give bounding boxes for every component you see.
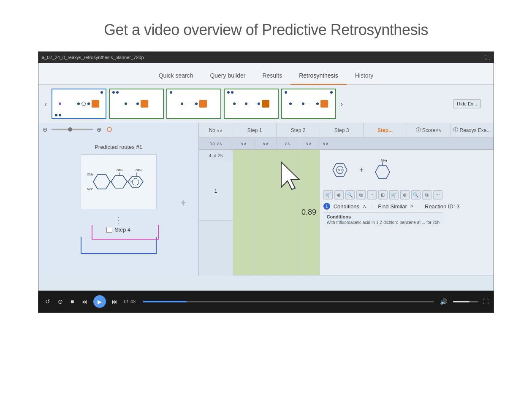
svg-text:NH₂: NH₂ — [381, 159, 387, 162]
route-thumb-5[interactable] — [281, 89, 336, 119]
svg-marker-4 — [111, 175, 127, 188]
step1-sort-label[interactable]: ∨∧ — [241, 141, 247, 146]
step3-sort-label[interactable]: ∨∧ — [284, 141, 290, 146]
step4-col-header: Step... — [363, 123, 407, 137]
tab-query-builder[interactable]: Query builder — [201, 67, 254, 85]
step3-col-header: Step 3 — [320, 123, 363, 137]
sort-no: No ∨∧ — [209, 141, 222, 146]
copy-icon-2[interactable]: ⧉ — [422, 190, 432, 200]
step2-cell — [255, 150, 276, 275]
progress-bar[interactable] — [143, 301, 434, 302]
zoom-in-icon[interactable]: ⊕ — [97, 126, 102, 133]
row-num-col: No ∨∧ 4 of 25 1 — [199, 138, 233, 275]
route-thumb-3[interactable] — [166, 89, 221, 119]
video-controls: ↺ ⊙ ■ ⏮ ▶ ⏭ 01:43 🔊 ⛶ — [38, 291, 494, 313]
page-title: Get a video overview of Predictive Retro… — [104, 21, 428, 39]
sort-arrows[interactable]: ∨∧ — [217, 128, 223, 133]
volume-fill — [453, 301, 470, 302]
search-icon-2[interactable]: 🔍 — [411, 190, 421, 200]
find-similar-label[interactable]: Find Similar — [378, 203, 407, 210]
reaction-molecules: N O + NH₂ — [323, 153, 490, 187]
steps-content: ∨∧ ∨∧ — [233, 138, 320, 275]
conditions-text-content: With trifluoroacetic acid In 1,2-dichlor… — [327, 220, 440, 225]
time-label: 01:43 — [124, 299, 138, 304]
link-icon-1[interactable]: ⊗ — [334, 190, 344, 200]
score-sort: ∨∧ — [298, 138, 319, 150]
step1-sort: ∨∧ — [233, 138, 254, 150]
play-button[interactable]: ▶ — [93, 295, 106, 308]
copy-icon-1[interactable]: ⧉ — [356, 190, 366, 200]
action-icons-row-1: 🛒 ⊗ 🔍 ⧉ ≡ ⊞ 🛒 ⊗ 🔍 ⧉ ⋯ — [323, 189, 442, 200]
volume-slider[interactable] — [453, 301, 478, 302]
progress-fill — [143, 301, 186, 302]
step3-sort: ∨∧ — [277, 138, 298, 150]
reaction-cell-1: N O + NH₂ — [320, 150, 494, 275]
tab-quick-search[interactable]: Quick search — [150, 67, 202, 85]
route-next-button[interactable]: › — [339, 99, 345, 109]
main-content: ⊖ ⊕ Predicted routes #1 — [38, 123, 494, 275]
drag-icon[interactable]: ✛ — [180, 199, 186, 207]
grid-icon-1[interactable]: ⊞ — [378, 190, 388, 200]
zoom-out-icon[interactable]: ⊖ — [43, 126, 48, 133]
svg-marker-0 — [93, 175, 110, 189]
svg-text:N: N — [338, 169, 340, 172]
find-similar-arrow-icon[interactable]: > — [410, 203, 413, 209]
forward-button[interactable]: ⏭ — [110, 298, 119, 305]
step1-col: ∨∧ — [233, 138, 254, 275]
step2-sort-label[interactable]: ∨∧ — [263, 141, 269, 146]
svg-marker-18 — [375, 166, 390, 178]
step2-sort: ∨∧ — [255, 138, 276, 150]
svg-text:O: O — [341, 169, 344, 172]
molecule-svg: OMe MeO N OMe OMe — [85, 159, 152, 205]
right-panel: No ∨∧ Step 1 Step 2 Step 3 Step... ⓘ Sco… — [199, 123, 494, 275]
conditions-label[interactable]: Conditions — [334, 203, 359, 210]
score-col-header: ⓘ Score ∨∧ — [407, 123, 450, 137]
clock-button[interactable]: ⊙ — [56, 298, 65, 305]
link-icon-2[interactable]: ⊗ — [400, 190, 410, 200]
zoom-bar: ⊖ ⊕ — [43, 126, 112, 133]
no-label: No — [209, 127, 215, 133]
left-panel: ⊖ ⊕ Predicted routes #1 — [38, 123, 199, 275]
cart-icon-1[interactable]: 🛒 — [323, 190, 333, 200]
tab-results[interactable]: Results — [254, 67, 290, 85]
route-thumb-2[interactable] — [109, 89, 164, 119]
video-filename: a_02_24_0_reaxys_retrosynthesis_planner_… — [42, 55, 144, 60]
svg-text:OMe: OMe — [117, 169, 123, 172]
route-prev-button[interactable]: ‹ — [43, 99, 49, 109]
volume-icon[interactable]: 🔊 — [438, 298, 449, 305]
pagination-label: 4 of 25 — [199, 150, 233, 162]
route-thumb-1[interactable] — [52, 89, 106, 119]
tab-retrosynthesis[interactable]: Retrosynthesis — [290, 67, 347, 85]
score-cell: 0.89 — [298, 150, 319, 275]
divider: | — [372, 203, 373, 209]
reaxys-col-header: ⓘ Reaxys Exa... — [450, 123, 494, 137]
steps-header: No ∨∧ Step 1 Step 2 Step 3 Step... ⓘ Sco… — [199, 123, 494, 138]
conditions-row: 1 Conditions ∧ | Find Similar > | Reacti… — [323, 203, 460, 210]
conditions-text-title: Conditions — [327, 214, 440, 219]
stop-button[interactable]: ■ — [69, 298, 76, 305]
conditions-chevron-icon[interactable]: ∧ — [363, 203, 366, 209]
info-icon-2: ⓘ — [453, 127, 458, 134]
tab-history[interactable]: History — [347, 67, 382, 85]
fullscreen-button[interactable]: ⛶ — [483, 298, 489, 305]
conditions-text-area: Conditions With trifluoroacetic acid In … — [323, 212, 443, 226]
score-sort[interactable]: ∨∧ — [435, 128, 441, 132]
svg-text:OMe: OMe — [136, 169, 142, 172]
rewind-button[interactable]: ⏮ — [80, 298, 89, 305]
hide-extras-button[interactable]: Hide Ex... — [453, 99, 481, 108]
cart-icon-2[interactable]: 🛒 — [389, 190, 399, 200]
score-sort-label[interactable]: ∨∧ — [306, 141, 312, 146]
reaction-sort-row: ∨∧ — [320, 138, 494, 150]
list-icon-1[interactable]: ≡ — [367, 190, 377, 200]
svg-point-6 — [132, 178, 139, 185]
expand-icon[interactable]: ⛶ — [485, 54, 490, 60]
loop-button[interactable]: ↺ — [43, 298, 52, 305]
search-icon-1[interactable]: 🔍 — [345, 190, 355, 200]
molecule-structure: OMe MeO N OMe OMe — [81, 154, 157, 209]
step3-cell — [277, 150, 298, 275]
no-column-header: No ∨∧ — [199, 127, 233, 133]
route-thumb-4[interactable] — [224, 89, 279, 119]
zoom-slider[interactable] — [51, 129, 93, 130]
svg-text:N: N — [130, 180, 133, 184]
more-icon[interactable]: ⋯ — [433, 190, 442, 200]
